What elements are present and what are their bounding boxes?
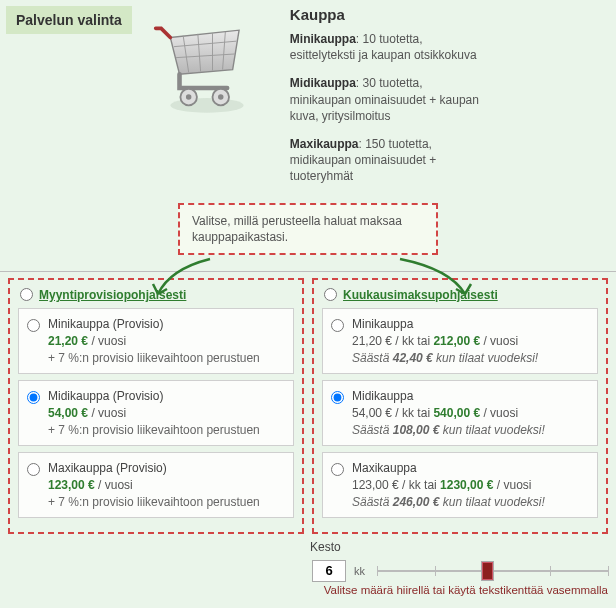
radio-monthly-maxi[interactable] bbox=[331, 463, 344, 476]
option-price: 21,20 € / kk tai 212,00 € / vuosi bbox=[352, 334, 589, 348]
option-savings: Säästä 108,00 € kun tilaat vuodeksi! bbox=[352, 423, 589, 437]
option-price: 54,00 € / kk tai 540,00 € / vuosi bbox=[352, 406, 589, 420]
radio-commission-midi[interactable] bbox=[27, 391, 40, 404]
radio-commission-mini[interactable] bbox=[27, 319, 40, 332]
radio-commission-maxi[interactable] bbox=[27, 463, 40, 476]
slider-thumb[interactable] bbox=[481, 561, 494, 581]
column-radio-commission[interactable] bbox=[20, 288, 33, 301]
page-title-badge: Palvelun valinta bbox=[6, 6, 132, 34]
payment-basis-hint: Valitse, millä perusteella haluat maksaa… bbox=[178, 203, 438, 255]
duration-unit: kk bbox=[354, 565, 365, 577]
option-monthly-maxi[interactable]: Maxikauppa 123,00 € / kk tai 1230,00 € /… bbox=[322, 452, 598, 518]
column-title-monthly[interactable]: Kuukausimaksupohjaisesti bbox=[343, 288, 498, 302]
tier-desc-maxi: Maxikauppa: 150 tuotetta, midikaupan omi… bbox=[290, 136, 480, 185]
option-savings: Säästä 42,40 € kun tilaat vuodeksi! bbox=[352, 351, 589, 365]
option-price: 54,00 € / vuosi bbox=[48, 406, 285, 420]
column-title-commission[interactable]: Myyntiprovisiopohjaisesti bbox=[39, 288, 186, 302]
tier-desc-mini: Minikauppa: 10 tuotetta, esittelyteksti … bbox=[290, 31, 480, 63]
option-commission-maxi[interactable]: Maxikauppa (Provisio) 123,00 € / vuosi +… bbox=[18, 452, 294, 518]
product-title: Kauppa bbox=[290, 6, 610, 23]
option-monthly-mini[interactable]: Minikauppa 21,20 € / kk tai 212,00 € / v… bbox=[322, 308, 598, 374]
duration-input[interactable] bbox=[312, 560, 346, 582]
svg-point-9 bbox=[186, 94, 192, 100]
tier-desc-midi: Midikauppa: 30 tuotetta, minikaupan omin… bbox=[290, 75, 480, 124]
svg-point-10 bbox=[218, 94, 224, 100]
option-label: Midikauppa bbox=[352, 389, 589, 403]
duration-slider[interactable] bbox=[377, 560, 608, 582]
duration-label: Kesto bbox=[310, 540, 608, 554]
option-savings: Säästä 246,00 € kun tilaat vuodeksi! bbox=[352, 495, 589, 509]
slider-hint: Valitse määrä hiirellä tai käytä tekstik… bbox=[0, 582, 616, 596]
option-price: 123,00 € / kk tai 1230,00 € / vuosi bbox=[352, 478, 589, 492]
monthly-based-column: Kuukausimaksupohjaisesti Minikauppa 21,2… bbox=[312, 278, 608, 534]
option-label: Minikauppa (Provisio) bbox=[48, 317, 285, 331]
cart-image bbox=[132, 6, 282, 197]
option-commission-midi[interactable]: Midikauppa (Provisio) 54,00 € / vuosi + … bbox=[18, 380, 294, 446]
radio-monthly-midi[interactable] bbox=[331, 391, 344, 404]
option-extra: + 7 %:n provisio liikevaihtoon perustuen bbox=[48, 351, 285, 365]
option-monthly-midi[interactable]: Midikauppa 54,00 € / kk tai 540,00 € / v… bbox=[322, 380, 598, 446]
option-commission-mini[interactable]: Minikauppa (Provisio) 21,20 € / vuosi + … bbox=[18, 308, 294, 374]
option-label: Maxikauppa bbox=[352, 461, 589, 475]
option-label: Midikauppa (Provisio) bbox=[48, 389, 285, 403]
option-price: 21,20 € / vuosi bbox=[48, 334, 285, 348]
option-label: Maxikauppa (Provisio) bbox=[48, 461, 285, 475]
option-label: Minikauppa bbox=[352, 317, 589, 331]
commission-based-column: Myyntiprovisiopohjaisesti Minikauppa (Pr… bbox=[8, 278, 304, 534]
option-extra: + 7 %:n provisio liikevaihtoon perustuen bbox=[48, 423, 285, 437]
option-extra: + 7 %:n provisio liikevaihtoon perustuen bbox=[48, 495, 285, 509]
shopping-cart-icon bbox=[152, 10, 262, 120]
option-price: 123,00 € / vuosi bbox=[48, 478, 285, 492]
column-radio-monthly[interactable] bbox=[324, 288, 337, 301]
radio-monthly-mini[interactable] bbox=[331, 319, 344, 332]
